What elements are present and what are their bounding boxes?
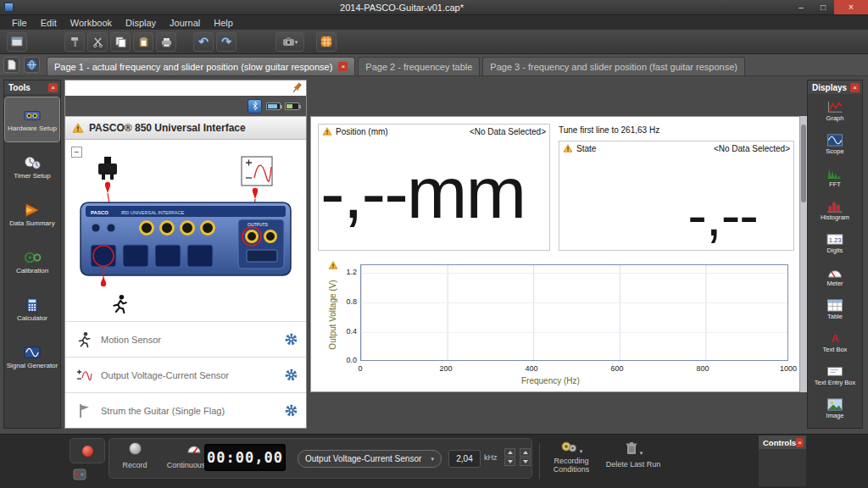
display-item-digits[interactable]: 1.23 Digits: [808, 226, 862, 259]
menu-journal[interactable]: Journal: [163, 17, 207, 29]
display-item-image[interactable]: Image: [808, 391, 862, 424]
display-item-meter[interactable]: Meter: [808, 259, 862, 292]
sidebar-item-label: Data Summary: [9, 219, 54, 227]
svg-text:OUTPUTS: OUTPUTS: [248, 222, 269, 227]
hardware-status-strip: [65, 96, 306, 116]
spinner-down-button[interactable]: [504, 458, 515, 466]
y-tick-label: 0.8: [335, 297, 357, 306]
timer-display: 00:00,00: [204, 444, 286, 471]
menu-help[interactable]: Help: [207, 17, 240, 29]
data-selector[interactable]: <No Data Selected>: [470, 127, 546, 136]
copy-icon: [115, 36, 126, 47]
maximize-button[interactable]: □: [812, 0, 834, 14]
new-page-button[interactable]: [3, 57, 19, 73]
spinner-up-button[interactable]: [504, 448, 515, 457]
sidebar-item-timer-setup[interactable]: Timer Setup: [5, 145, 59, 189]
plot-area[interactable]: [360, 264, 788, 361]
pin-icon[interactable]: [291, 82, 303, 96]
delete-last-run-button[interactable]: ▾: [607, 441, 661, 457]
tab-page-3[interactable]: Page 3 - frequency and slider position (…: [482, 57, 745, 75]
sidebar-item-signal-generator[interactable]: Signal Generator: [5, 335, 59, 379]
tab-page-1[interactable]: Page 1 - actual frequency and slider pos…: [47, 57, 355, 75]
tools-hammer-button[interactable]: [64, 32, 85, 52]
display-item-table[interactable]: Table: [808, 292, 862, 325]
sensor-select-dropdown[interactable]: Output Voltage-Current Sensor ▾: [298, 450, 442, 468]
close-tools-panel-icon[interactable]: ×: [48, 83, 58, 92]
bluetooth-button[interactable]: [248, 99, 262, 114]
page-workspace: Position (mm) <No Data Selected> -,--mm …: [310, 116, 800, 392]
measurement-selector[interactable]: State: [576, 144, 596, 153]
rate-decrease-button[interactable]: [520, 458, 531, 466]
sensor-properties-gear-icon[interactable]: [285, 369, 298, 381]
chevron-down-icon: ▾: [295, 39, 298, 45]
display-item-graph[interactable]: Graph: [808, 94, 862, 127]
scrollbar-thumb[interactable]: [801, 125, 806, 202]
display-item-text-box[interactable]: A Text Box: [808, 325, 862, 358]
sidebar-item-calculator[interactable]: Calculator: [5, 287, 59, 331]
minimize-button[interactable]: –: [790, 0, 812, 14]
signal-generator-icon: [22, 345, 42, 360]
y-axis-label[interactable]: Output Voltage (V): [328, 260, 337, 370]
title-bar: 2014-PASCO-Guitar-v01.cap* – □ ×: [0, 0, 868, 15]
sidebar-item-label: Hardware Setup: [8, 125, 57, 132]
menu-workbook[interactable]: Workbook: [64, 17, 119, 29]
sensor-row-motion[interactable]: Motion Sensor: [65, 321, 306, 357]
warning-icon: [72, 123, 84, 133]
instruction-text: Tune first line to 261,63 Hz: [559, 125, 659, 135]
record-indicator-button[interactable]: [70, 438, 105, 463]
workbook-file-button[interactable]: [7, 32, 27, 52]
snapshot-button[interactable]: ▾: [275, 32, 304, 52]
menu-file[interactable]: File: [5, 17, 34, 29]
sample-rate-field[interactable]: 2,04: [448, 450, 481, 468]
vertical-scrollbar[interactable]: [800, 116, 807, 392]
warning-icon: [563, 144, 573, 152]
cut-button[interactable]: [87, 32, 108, 52]
x-axis-label[interactable]: Frequency (Hz): [521, 376, 580, 385]
sidebar-item-data-summary[interactable]: Data Summary: [5, 192, 59, 236]
menu-display[interactable]: Display: [119, 17, 163, 29]
timer-setup-icon: [22, 155, 42, 170]
sidebar-item-calibration[interactable]: Calibration: [5, 240, 59, 284]
display-item-scope[interactable]: Scope: [808, 127, 862, 160]
palette-icon[interactable]: [73, 469, 86, 482]
display-item-fft[interactable]: FFT: [808, 160, 862, 193]
device-diagram[interactable]: PASCO 850 UNIVERSAL INTERFACE OUTPUTS: [72, 155, 301, 318]
paste-button[interactable]: [133, 32, 153, 52]
close-tab-icon[interactable]: ×: [338, 62, 348, 71]
sensor-properties-gear-icon[interactable]: [285, 333, 298, 346]
battery-icon: [266, 103, 281, 110]
svg-text:A: A: [831, 332, 839, 345]
sidebar-item-label: Timer Setup: [14, 172, 50, 180]
copy-button[interactable]: [110, 32, 131, 52]
page-options-button[interactable]: [24, 57, 40, 73]
close-button[interactable]: ×: [834, 0, 868, 14]
display-item-text-entry-box[interactable]: Text Entry Box: [808, 358, 862, 391]
menu-edit[interactable]: Edit: [34, 17, 64, 29]
controls-bar: Record ▾ Continuous Mode 00:00,00 Output…: [0, 434, 868, 488]
data-selector[interactable]: <No Data Selected>: [714, 144, 790, 153]
globe-icon: [26, 59, 37, 70]
record-button[interactable]: [114, 442, 155, 457]
measurement-selector[interactable]: Position (mm): [336, 127, 388, 136]
close-controls-panel-icon[interactable]: ×: [796, 438, 804, 447]
digits-value: -,--: [687, 182, 758, 248]
rate-increase-button[interactable]: [520, 448, 531, 457]
print-button[interactable]: [156, 32, 176, 52]
digits-display-state: State <No Data Selected> -,--: [559, 141, 794, 251]
journal-button[interactable]: [316, 32, 337, 52]
display-item-histogram[interactable]: Histogram: [808, 193, 862, 226]
close-displays-panel-icon[interactable]: ×: [850, 83, 860, 92]
sidebar-item-hardware-setup[interactable]: Hardware Setup: [5, 97, 59, 141]
tab-page-2[interactable]: Page 2 - frequencey table: [358, 57, 480, 75]
x-tick-label: 200: [439, 364, 452, 373]
recording-conditions-button[interactable]: ▾: [546, 440, 597, 455]
bluetooth-icon: [251, 100, 259, 112]
sensor-row-strum-guitar[interactable]: Strum the Guitar (Single Flag): [65, 392, 306, 428]
sensor-row-output-voltage[interactable]: Output Voltage-Current Sensor: [65, 357, 306, 392]
redo-icon: ↷: [221, 36, 231, 47]
triangle-up-icon: [523, 451, 528, 454]
sidebar-item-label: Calculator: [17, 314, 47, 322]
sensor-properties-gear-icon[interactable]: [285, 404, 298, 417]
redo-button[interactable]: ↷: [216, 32, 236, 52]
undo-button[interactable]: ↶: [193, 32, 214, 52]
